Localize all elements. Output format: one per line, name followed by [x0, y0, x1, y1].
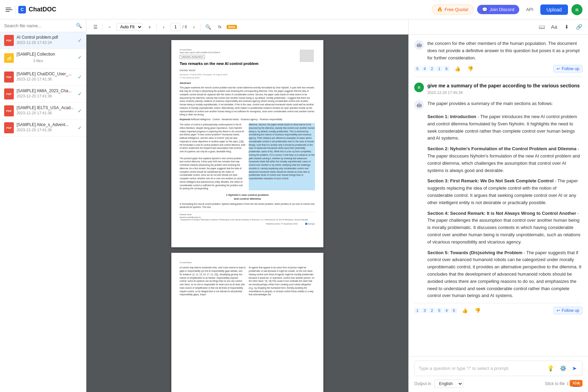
- sidebar-item-collection[interactable]: 📁 [SAMPLE] Collection 3 files ✓: [0, 49, 86, 69]
- header-actions: 🔥 Free Quota! 💬 Join Discord API Upload …: [432, 4, 582, 15]
- language-select[interactable]: English Chinese Spanish: [435, 380, 463, 388]
- zoom-out-button[interactable]: −: [105, 22, 114, 32]
- avatar[interactable]: n: [571, 4, 582, 15]
- page-ref-1[interactable]: 1: [436, 66, 442, 71]
- book-icon-button[interactable]: 📖: [537, 22, 547, 32]
- search-pdf-button[interactable]: 🔍: [203, 22, 213, 32]
- page-view-toggle[interactable]: ☰: [91, 22, 100, 32]
- sidebar-item-chatdoc-user[interactable]: PDF [SAMPLE] ChatDOC_User_... 2023-12-20…: [0, 69, 86, 86]
- sidebar-item-alice[interactable]: PDF [SAMPLE] Alice_s_Advent... 2023-12-2…: [0, 119, 86, 136]
- check-icon: ✓: [78, 125, 82, 131]
- follow-up-button-2[interactable]: ↩ Follow up: [553, 307, 582, 314]
- menu-icon[interactable]: [6, 6, 12, 13]
- next-page-button[interactable]: ›: [189, 22, 199, 32]
- download-button[interactable]: ⬇: [562, 22, 571, 32]
- sidebar-item-ielts[interactable]: PDF [SAMPLE] IELTS_USA_Acad... 2023-12-2…: [0, 103, 86, 119]
- search-input[interactable]: [4, 23, 73, 28]
- font-size-button[interactable]: Aa: [549, 22, 559, 32]
- file-info: AI Control problem.pdf 2023-12-20 17:42:…: [17, 35, 75, 45]
- page-ref2-5[interactable]: 5: [436, 308, 442, 313]
- discord-button[interactable]: 💬 Join Discord: [477, 5, 519, 14]
- viewer-toolbar: ☰ − Auto Fit 50% 75% 100% + ‹ / 6 ›: [86, 19, 408, 35]
- follow-up-button-1[interactable]: ↩ Follow up: [553, 65, 582, 73]
- file-info: [SAMPLE] IELTS_USA_Acad... 2023-12-20 17…: [17, 105, 75, 115]
- pdf-icon: PDF: [4, 122, 14, 133]
- sidebar-item-amia[interactable]: PDF [SAMPLE] AMIA_2023_Cha... 2023-12-20…: [0, 86, 86, 103]
- ai-response-block: 🤖 The paper provides a summary of the ma…: [414, 100, 582, 314]
- thumbs-up-button[interactable]: 👍: [453, 65, 463, 73]
- page-ref-5[interactable]: 5: [414, 66, 420, 71]
- pdf-icon: PDF: [4, 88, 14, 99]
- page-ref2-3[interactable]: 3: [421, 308, 428, 313]
- check-icon: ✓: [78, 38, 82, 43]
- chat-input-footer: Output in English Chinese Spanish Stick …: [414, 380, 582, 388]
- page-number-input[interactable]: [171, 23, 180, 31]
- section-1: Section 1: Introduction - The paper intr…: [427, 113, 582, 142]
- settings-icon-button[interactable]: ⚙️: [558, 364, 568, 372]
- api-button[interactable]: API: [523, 5, 537, 14]
- ai-avatar-icon: 🤖: [414, 40, 424, 50]
- pdf-dates: Received: 27 April 2023 / Accepted: 23 A…: [180, 73, 315, 79]
- app-logo-icon: C: [18, 6, 26, 13]
- xda-watermark: XDA: [570, 380, 582, 386]
- file-date: 2023-12-20 17:41:36: [17, 94, 75, 98]
- page-total: / 6: [182, 25, 187, 29]
- file-info: [SAMPLE] AMIA_2023_Cha... 2023-12-20 17:…: [17, 88, 75, 98]
- pdf-section-heading: 1 Nyholm's new control problemand contro…: [180, 193, 315, 201]
- free-quota-button[interactable]: 🔥 Free Quota!: [432, 4, 474, 15]
- page-references: 5 4 2 1 6: [414, 66, 450, 71]
- ai-response-header-2: 🤖 The paper provides a summary of the ma…: [414, 100, 582, 110]
- thumbs-down-button-2[interactable]: 👎: [473, 307, 483, 314]
- share-button[interactable]: 🔗: [574, 22, 584, 32]
- ai-avatar-icon-2: 🤖: [414, 100, 424, 110]
- bulb-icon-button[interactable]: 💡: [546, 364, 556, 372]
- pdf-author: Daniela Vacek¹: [180, 69, 315, 72]
- page-ref-2[interactable]: 2: [429, 66, 435, 71]
- beta-badge: Beta: [227, 25, 237, 29]
- search-icon: 🔍: [76, 23, 82, 28]
- logo-divider: [15, 6, 16, 14]
- page-ref-4[interactable]: 4: [421, 66, 428, 71]
- page-ref2-1[interactable]: 1: [414, 308, 420, 313]
- pdf-viewer: AI and Ethicshttps://doi.org/10.1007/s43…: [86, 35, 408, 392]
- page-ref-6[interactable]: 6: [444, 66, 450, 71]
- thumbs-down-button[interactable]: 👎: [465, 65, 475, 73]
- file-info: [SAMPLE] Alice_s_Advent... 2023-12-20 17…: [17, 122, 75, 132]
- formula-button[interactable]: fx: [215, 22, 225, 32]
- upload-button[interactable]: Upload: [540, 4, 568, 15]
- page-ref2-6[interactable]: 6: [451, 308, 457, 313]
- chat-input[interactable]: [419, 366, 543, 371]
- pdf-two-column: The notion of control is philosophically…: [180, 123, 315, 190]
- section-4: Section 4: Second Remark: It is Not Alwa…: [427, 210, 582, 246]
- folder-icon: 📁: [4, 53, 14, 63]
- viewer-chat-container: ☰ − Auto Fit 50% 75% 100% + ‹ / 6 ›: [86, 19, 588, 392]
- sidebar-item-ai-control[interactable]: PDF AI Control problem.pdf 2023-12-20 17…: [0, 32, 86, 49]
- toolbar-divider: [201, 23, 201, 30]
- zoom-select[interactable]: Auto Fit 50% 75% 100%: [116, 23, 143, 31]
- send-button[interactable]: ➤: [571, 364, 578, 372]
- page-references-2: 1 3 2 5 4 6: [414, 308, 457, 313]
- page-ref2-4[interactable]: 4: [444, 308, 450, 313]
- file-info: [SAMPLE] ChatDOC_User_... 2023-12-20 17:…: [17, 71, 75, 81]
- pdf-page2-journal: AI and Ethics: [180, 261, 315, 264]
- chat-content: 🤖 the concern for the other members of t…: [409, 35, 588, 356]
- user-timestamp: 2023-12-20 17:45:34: [427, 90, 582, 95]
- user-content: give me a summary of the paper according…: [427, 83, 582, 95]
- section-3: Section 3: First Remark: We Do Not Seek …: [427, 178, 582, 206]
- page-ref2-2[interactable]: 2: [429, 308, 435, 313]
- check-icon: ✓: [78, 55, 82, 60]
- pdf-page2-two-col: of control may lead to existential risks…: [180, 266, 315, 296]
- thumbs-up-button-2[interactable]: 👍: [460, 307, 470, 314]
- fire-icon: 🔥: [437, 7, 443, 12]
- chat-panel: 📖 Aa ⬇ 🔗 🤖 the concern for the other mem…: [408, 19, 588, 392]
- pdf-icon: PDF: [4, 71, 14, 83]
- file-date: 3 files: [17, 57, 75, 66]
- file-name: AI Control problem.pdf: [17, 35, 75, 40]
- sidebar: 🔍 PDF AI Control problem.pdf 2023-12-20 …: [0, 19, 86, 392]
- file-date: 2023-12-20 17:41:36: [17, 77, 75, 81]
- zoom-in-button[interactable]: +: [145, 22, 154, 32]
- file-date: 2023-12-20 17:41:36: [17, 111, 75, 115]
- prev-page-button[interactable]: ‹: [159, 22, 169, 32]
- check-icon: ✓: [78, 108, 82, 114]
- pdf-author-footer: Daniela Vacek daniela.vacek@savba.sk ¹ D…: [180, 212, 315, 226]
